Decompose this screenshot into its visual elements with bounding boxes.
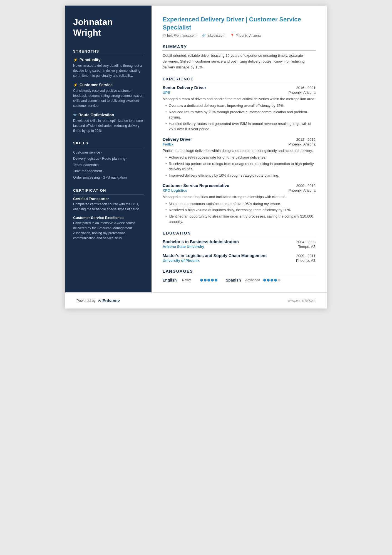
edu-location-phoenix: Phoenix, AZ <box>296 258 316 263</box>
footer-left: Powered by ∞ Enhancv <box>76 298 120 304</box>
experience-section-title: EXPERIENCE <box>163 77 316 83</box>
exp-dates-fedex: 2012 - 2016 <box>296 137 316 142</box>
enhancv-logo: ∞ Enhancv <box>98 298 120 304</box>
linkedin-text: linkedin.com <box>207 34 225 38</box>
bullet-fedex-2: Improved delivery efficiency by 10% thro… <box>165 173 316 178</box>
lang-english: English Native <box>163 278 217 282</box>
exp-company-xpo: XPO Logistics <box>163 188 187 193</box>
resume-wrapper: Johnatan Wright STRENGTHS ⚡ Punctuality … <box>65 6 327 309</box>
exp-role-xpo: Customer Service Representative <box>163 183 229 188</box>
cert-item-transporter: Certified Transporter Completed certific… <box>73 197 144 212</box>
lang-spanish: Spanish Advanced <box>226 278 281 282</box>
contact-linkedin: 🔗 linkedin.com <box>202 34 225 38</box>
exp-role-fedex: Delivery Driver <box>163 137 192 142</box>
exp-desc-fedex: Performed package deliveries within desi… <box>163 148 316 154</box>
exp-location-fedex: Phoenix, Arizona <box>288 142 316 146</box>
dot-es-3 <box>271 279 273 282</box>
strength-item-punctuality: ⚡ Punctuality Never missed a delivery de… <box>73 58 144 78</box>
lang-level-spanish: Advanced <box>245 278 260 282</box>
dot-en-2 <box>204 279 207 282</box>
exp-company-fedex: FedEx <box>163 142 173 146</box>
punctuality-icon: ⚡ <box>73 58 78 62</box>
exp-dates-xpo: 2009 - 2012 <box>296 184 316 188</box>
cert-desc-excellence: Participated in an intensive 2-week cour… <box>73 221 144 241</box>
linkedin-icon: 🔗 <box>202 34 206 38</box>
edu-item-bachelor: Bachelor's in Business Administration 20… <box>163 239 316 249</box>
dot-en-3 <box>207 279 210 282</box>
edu-dates-bachelor: 2004 - 2008 <box>296 240 316 244</box>
customer-service-icon: ⚡ <box>73 83 78 87</box>
certs-list: Certified Transporter Completed certific… <box>73 197 144 241</box>
bullet-fedex-1: Received top performance ratings from ma… <box>165 161 316 172</box>
cert-title-transporter: Certified Transporter <box>73 197 144 201</box>
brand-name: Enhancv <box>103 298 120 303</box>
edu-school-phoenix: University of Phoenix <box>163 258 200 263</box>
skills-list: Customer service · Delivery logistics · … <box>73 149 144 181</box>
dot-en-1 <box>200 279 203 282</box>
route-icon: ☆ <box>73 113 77 117</box>
bullet-ups-2: Handled delivery routes that generated o… <box>165 121 316 132</box>
edu-item-master: Master's in Logistics and Supply Chain M… <box>163 253 316 263</box>
exp-company-ups: UPS <box>163 90 170 95</box>
exp-desc-xpo: Managed customer inquiries and facilitat… <box>163 194 316 200</box>
summary-section-title: SUMMARY <box>163 44 316 51</box>
contact-location: 📍 Phoenix, Arizona <box>230 34 260 38</box>
strength-title-route: Route Optimization <box>78 113 114 117</box>
exp-dates-ups: 2016 - 2021 <box>296 86 316 90</box>
resume-body: Johnatan Wright STRENGTHS ⚡ Punctuality … <box>65 6 327 292</box>
email-icon: @ <box>163 34 166 38</box>
dot-es-4 <box>274 279 277 282</box>
exp-item-ups: Senior Delivery Driver 2016 - 2021 UPS P… <box>163 85 316 132</box>
resume-footer: Powered by ∞ Enhancv www.enhancv.com <box>65 292 327 309</box>
main-content: Experienced Delivery Driver | Customer S… <box>152 6 327 292</box>
lang-level-english: Native <box>182 278 197 282</box>
edu-degree-master: Master's in Logistics and Supply Chain M… <box>163 253 267 258</box>
dot-es-2 <box>267 279 270 282</box>
exp-bullets-xpo: Maintained a customer satisfaction rate … <box>163 201 316 225</box>
exp-bullets-fedex: Achieved a 98% success rate for on-time … <box>163 155 316 178</box>
strength-item-customer-service: ⚡ Customer Service Consistently received… <box>73 83 144 108</box>
location-text: Phoenix, Arizona <box>235 34 260 38</box>
cert-desc-transporter: Completed certification course with the … <box>73 202 144 212</box>
exp-location-ups: Phoenix, Arizona <box>288 90 316 95</box>
exp-role-ups: Senior Delivery Driver <box>163 85 206 90</box>
exp-desc-ups: Managed a team of drivers and handled th… <box>163 96 316 102</box>
lang-name-spanish: Spanish <box>226 278 242 282</box>
dot-es-5 <box>278 279 281 282</box>
candidate-name: Johnatan Wright <box>73 17 144 38</box>
exp-item-xpo: Customer Service Representative 2009 - 2… <box>163 183 316 225</box>
skill-1: Delivery logistics · Route planning · <box>73 156 144 162</box>
location-icon: 📍 <box>230 34 234 38</box>
edu-school-asu: Arizona State University <box>163 245 204 249</box>
skill-2: Team leadership · <box>73 162 144 168</box>
dot-es-1 <box>263 279 266 282</box>
footer-website: www.enhancv.com <box>288 299 316 302</box>
dot-en-4 <box>211 279 214 282</box>
bullet-ups-0: Oversaw a dedicated delivery team, impro… <box>165 103 316 108</box>
email-text: help@enhancv.com <box>167 34 196 38</box>
strength-title-customer-service: Customer Service <box>80 83 113 87</box>
job-title: Experienced Delivery Driver | Customer S… <box>163 16 316 31</box>
contact-email: @ help@enhancv.com <box>163 34 197 38</box>
bullet-xpo-1: Resolved a high volume of inquiries dail… <box>165 207 316 213</box>
lang-dots-english <box>200 279 217 282</box>
skill-4: Order processing · GPS navigation <box>73 174 144 181</box>
exp-bullets-ups: Oversaw a dedicated delivery team, impro… <box>163 103 316 132</box>
education-section-title: EDUCATION <box>163 231 316 237</box>
bullet-xpo-2: Identified an opportunity to streamline … <box>165 214 316 225</box>
bullet-ups-1: Reduced return rates by 20% through proa… <box>165 109 316 120</box>
strength-title-punctuality: Punctuality <box>80 58 100 62</box>
strength-desc-route: Developed skills in route optimization t… <box>73 118 144 133</box>
summary-text: Detail-oriented, reliable driver boastin… <box>163 53 316 70</box>
skill-0: Customer service · <box>73 149 144 156</box>
edu-dates-master: 2009 - 2011 <box>296 254 316 258</box>
exp-item-fedex: Delivery Driver 2012 - 2016 FedEx Phoeni… <box>163 137 316 178</box>
sidebar: Johnatan Wright STRENGTHS ⚡ Punctuality … <box>65 6 152 292</box>
strength-desc-customer-service: Consistently received positive customer … <box>73 88 144 108</box>
powered-by-label: Powered by <box>76 299 96 303</box>
dot-en-5 <box>215 279 217 282</box>
bullet-xpo-0: Maintained a customer satisfaction rate … <box>165 201 316 207</box>
cert-item-excellence: Customer Service Excellence Participated… <box>73 216 144 241</box>
strength-item-route: ☆ Route Optimization Developed skills in… <box>73 113 144 133</box>
lang-name-english: English <box>163 278 179 282</box>
